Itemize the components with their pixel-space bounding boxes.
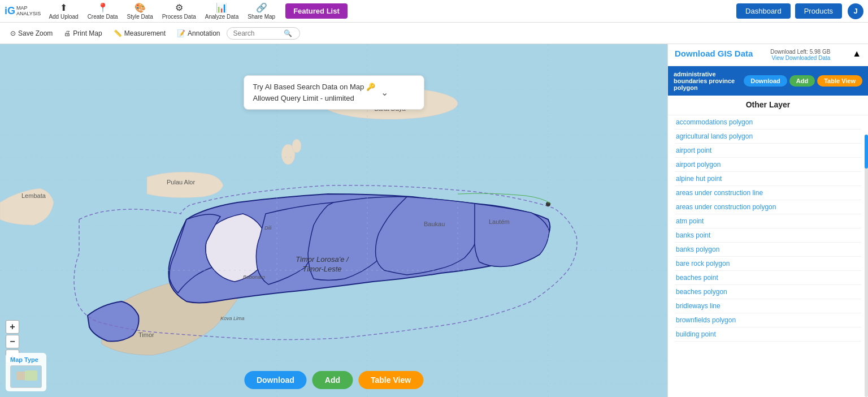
download-gis-header: Download GIS Data Download Left: 5.98 GB… [668,44,868,66]
download-gis-title: Download GIS Data [675,49,753,58]
layer-list-item[interactable]: areas under construction polygon [675,200,861,214]
measurement-icon: 📏 [114,29,122,37]
svg-text:Timor: Timor [138,331,154,338]
table-view-button[interactable]: Table View [358,371,423,389]
process-data-icon: ⚙ [175,2,183,13]
layer-list-item[interactable]: airport point [675,144,861,158]
user-avatar[interactable]: J [848,3,863,19]
nav-add-upload-label: Add Upload [49,14,78,20]
analyze-data-icon: 📊 [216,2,227,13]
layer-list-item[interactable]: areas under construction line [675,186,861,200]
print-icon: 🖨 [64,29,71,37]
svg-text:Timor Lorosa'e /: Timor Lorosa'e / [296,255,349,264]
measurement-button[interactable]: 📏 Measurement [109,27,170,40]
download-meta: Download Left: 5.98 GB View Downloaded D… [770,49,830,61]
nav-analyze-data-label: Analyze Data [205,14,238,20]
nav-create-data[interactable]: 📍 Create Data [84,1,121,21]
layer-list-item[interactable]: banks point [675,228,861,243]
download-left: Download Left: 5.98 GB [770,49,830,55]
measurement-label: Measurement [124,29,166,37]
view-downloaded[interactable]: View Downloaded Data [770,55,830,61]
layer-list-item[interactable]: building point [675,327,861,342]
svg-point-10 [292,139,301,153]
ai-key-icon: 🔑 [366,83,375,91]
featured-list-button[interactable]: Featured List [285,3,348,19]
svg-text:Pulau Alor: Pulau Alor [167,179,195,185]
zoom-out-button[interactable]: − [6,335,19,348]
annotation-icon: 📝 [177,29,185,37]
collapse-panel-icon[interactable]: ▲ [852,49,861,59]
svg-rect-33 [25,370,37,381]
svg-text:Lembata: Lembata [21,192,46,199]
right-panel: Download GIS Data Download Left: 5.98 GB… [667,44,868,397]
layer-list-item[interactable]: accommodations polygon [675,115,861,130]
other-layer-section: Other Layer [668,96,868,115]
nav-analyze-data[interactable]: 📊 Analyze Data [202,1,242,21]
search-box[interactable]: 🔍 [227,27,300,40]
annotation-button[interactable]: 📝 Annotation [172,27,224,40]
layer-list-item[interactable]: bridleways line [675,299,861,313]
active-layer-bar: administrative boundaries province polyg… [668,66,868,96]
layer-list-item[interactable]: beaches point [675,271,861,285]
share-map-icon: 🔗 [256,2,267,13]
map-type-control[interactable]: Map Type [6,353,46,391]
svg-text:Timor-Leste: Timor-Leste [303,265,342,273]
active-layer-download-button[interactable]: Download [744,75,787,87]
nav-share-map[interactable]: 🔗 Share Map [244,1,279,21]
print-map-label: Print Map [73,29,102,37]
add-button[interactable]: Add [313,371,353,389]
annotation-label: Annotation [188,29,220,37]
save-zoom-button[interactable]: ⊙ Save Zoom [6,27,57,40]
ai-banner-chevron[interactable]: ⌄ [381,87,388,98]
nav-process-data[interactable]: ⚙ Process Data [159,1,199,21]
nav-create-data-label: Create Data [88,14,118,20]
layer-list-item[interactable]: alpine hut point [675,172,861,186]
svg-text:Dili: Dili [264,225,272,231]
scroll-thumb [865,135,868,169]
nav-share-map-label: Share Map [248,14,275,20]
svg-text:Bobonaro: Bobonaro [243,274,265,280]
ai-banner-text: Try AI Based Search Data on Map 🔑 Allowe… [253,81,375,103]
zoom-in-button[interactable]: + [6,320,19,334]
layer-list-item[interactable]: atm point [675,214,861,228]
top-navigation: iG MAPANALYSIS ⬆ Add Upload 📍 Create Dat… [0,0,868,23]
active-layer-add-button[interactable]: Add [789,75,815,87]
dashboard-button[interactable]: Dashboard [736,3,791,19]
add-upload-icon: ⬆ [60,2,67,13]
logo-subtitle: MAPANALYSIS [16,6,41,17]
map-type-label: Map Type [10,356,42,363]
active-layer-tableview-button[interactable]: Table View [817,75,862,87]
layer-list-item[interactable]: banks polygon [675,243,861,257]
search-input[interactable] [233,29,284,37]
layer-list[interactable]: accommodations polygonagricultural lands… [668,115,868,397]
map-area[interactable]: Maluku Barat Daya Lembata Pulau Alor Bau… [0,44,667,397]
nav-style-data-label: Style Data [127,14,153,20]
scroll-indicator [865,135,868,397]
svg-text:Lautém: Lautém [489,218,510,225]
map-toolbar: ⊙ Save Zoom 🖨 Print Map 📏 Measurement 📝 … [0,23,868,44]
ai-banner-line1: Try AI Based Search Data on Map 🔑 [253,81,375,93]
search-icon: 🔍 [284,29,292,37]
print-map-button[interactable]: 🖨 Print Map [59,27,106,40]
layer-list-item[interactable]: bare rock polygon [675,257,861,271]
other-layer-title: Other Layer [668,100,868,109]
download-button[interactable]: Download [244,371,307,389]
ai-banner-line2: Allowed Query Limit - unlimited [253,93,375,104]
app-logo[interactable]: iG MAPANALYSIS [5,5,41,17]
bottom-action-buttons: Download Add Table View [244,371,423,389]
layer-list-item[interactable]: agricultural lands polygon [675,130,861,144]
ai-search-banner: Try AI Based Search Data on Map 🔑 Allowe… [244,75,424,110]
map-thumbnail[interactable] [10,365,42,388]
style-data-icon: 🎨 [134,2,146,13]
create-data-icon: 📍 [97,2,108,13]
layer-list-item[interactable]: brownfields polygon [675,313,861,327]
nav-style-data[interactable]: 🎨 Style Data [124,1,157,21]
svg-text:Kova Lima: Kova Lima [220,316,245,321]
products-button[interactable]: Products [795,3,842,19]
layer-list-item[interactable]: airport polygon [675,158,861,172]
nav-process-data-label: Process Data [162,14,196,20]
save-zoom-icon: ⊙ [10,29,16,37]
save-zoom-label: Save Zoom [18,29,53,37]
layer-list-item[interactable]: beaches polygon [675,285,861,299]
nav-add-upload[interactable]: ⬆ Add Upload [45,1,81,21]
